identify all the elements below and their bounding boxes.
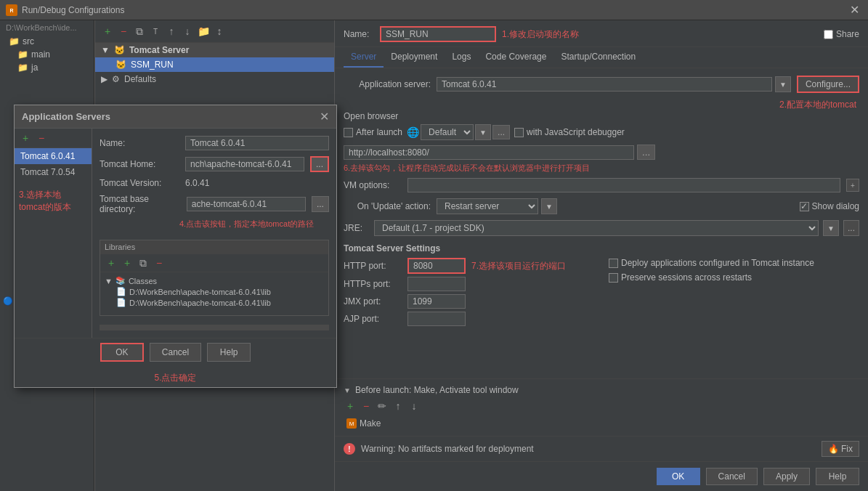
app-servers-dialog: Application Servers ✕ + − Tomcat 6.0.41 … [14,105,337,388]
defaults-item[interactable]: ▶ ⚙ Defaults [95,72,334,86]
before-launch-section: ▼ Before launch: Make, Activate tool win… [335,378,868,436]
sidebar-item-main[interactable]: 📁 main [0,48,94,61]
on-update-dropdown[interactable]: ▼ [541,198,557,214]
browser-url-row: ... [344,145,859,160]
app-servers-close-btn[interactable]: ✕ [320,110,329,123]
folder-button[interactable]: 📁 [197,25,210,38]
scrollbar-placeholder [100,325,329,330]
name-input[interactable] [380,26,496,42]
sidebar-item-src[interactable]: 📁 src [0,35,94,48]
browser-url-input[interactable] [344,145,634,160]
ports-section: HTTP port: 7.选择该项目运行的端口 HTTPs port: JMX … [344,258,859,329]
classes-label: Classes [129,277,157,285]
launch-remove-btn[interactable]: − [360,399,373,413]
deploy-checkbox[interactable] [609,259,618,268]
tab-deployment[interactable]: Deployment [384,47,445,68]
launch-edit-btn[interactable]: ✏ [376,399,389,413]
move-down-button[interactable]: ↓ [181,25,194,38]
browser-options-btn[interactable]: ... [492,125,510,139]
preserve-sessions-checkbox[interactable] [609,273,618,283]
on-update-select[interactable]: Restart server [437,198,538,214]
on-update-label: On 'Update' action: [344,201,431,211]
server-item-tomcat7[interactable]: Tomcat 7.0.54 [15,164,92,180]
jmx-port-row: JMX port: [344,294,594,309]
tomcat-server-group[interactable]: ▼ 🐱 Tomcat Server [95,43,334,57]
lib-remove-btn[interactable]: − [153,256,166,269]
apply-button[interactable]: Apply [763,468,810,485]
move-up-button[interactable]: ↑ [165,25,178,38]
ssm-run-item[interactable]: 🐱 SSM_RUN [95,57,334,72]
sc-home-input[interactable] [185,157,304,171]
folder-icon: 📁 [17,62,28,73]
lib-add-btn-1[interactable]: + [105,256,118,269]
sc-base-browse-btn[interactable]: ... [312,196,329,212]
sort-button[interactable]: ↕ [213,25,226,38]
servers-add-btn[interactable]: + [19,131,32,145]
as-ok-button[interactable]: OK [100,343,144,362]
lib-add-btn-2[interactable]: + [121,256,134,269]
sc-home-browse-btn[interactable]: ... [310,156,329,172]
chrome-icon: 🌐 [407,126,419,138]
sc-base-input[interactable] [187,197,306,211]
launch-add-btn[interactable]: + [344,399,357,413]
deploy-label: Deploy applications configured in Tomcat… [621,258,814,268]
preserve-sessions-label: Preserve sessions across restarts [621,272,752,283]
sc-name-label: Name: [100,138,179,148]
server-item-tomcat6[interactable]: Tomcat 6.0.41 [15,148,92,164]
cancel-button[interactable]: Cancel [706,468,758,485]
sidebar-item-ja[interactable]: 📁 ja [0,61,94,74]
close-button[interactable]: ✕ [847,3,862,17]
sc-name-input[interactable] [185,136,329,150]
jre-select[interactable]: Default (1.7 - project SDK) [374,220,819,236]
https-port-input[interactable] [407,277,466,291]
as-cancel-button[interactable]: Cancel [150,343,201,362]
template-button[interactable]: T [149,25,162,38]
share-label: Share [836,29,859,39]
js-debugger-checkbox[interactable] [514,128,524,137]
jre-dropdown[interactable]: ▼ [823,220,839,236]
app-server-select[interactable]: Tomcat 6.0.41 [437,77,772,92]
ports-right: Deploy applications configured in Tomcat… [609,258,859,329]
tab-startup-connection[interactable]: Startup/Connection [553,47,643,68]
http-port-row: HTTP port: 7.选择该项目运行的端口 [344,258,594,274]
app-server-dropdown[interactable]: ▼ [775,76,791,92]
as-help-button[interactable]: Help [207,343,251,362]
servers-remove-btn[interactable]: − [35,131,48,145]
http-port-input[interactable] [407,258,466,274]
remove-config-button[interactable]: − [117,25,130,38]
after-launch-checkbox[interactable] [344,128,353,137]
show-dialog-checkbox[interactable]: ✓ [800,202,809,211]
browser-select[interactable]: Default [421,124,474,140]
jmx-port-input[interactable] [407,294,466,309]
lib-path-0: D:\WorkBench\apache-tomcat-6.0.41\lib [129,288,271,296]
lib-class-btn[interactable]: ⧉ [137,256,150,269]
tab-code-coverage[interactable]: Code Coverage [478,47,553,68]
tab-server[interactable]: Server [344,47,384,68]
configure-button[interactable]: Configure... [797,76,859,93]
lib-path-1: D:\WorkBench\apache-tomcat-6.0.41\lib [129,299,271,307]
jre-btn[interactable]: ... [843,220,859,236]
sc-home-label: Tomcat Home: [100,159,179,169]
make-item: M Make [344,417,859,430]
vm-options-input[interactable] [407,178,840,192]
open-browser-label: Open browser [344,111,859,121]
browser-dropdown-btn[interactable]: ▼ [475,124,491,140]
ok-button[interactable]: OK [657,468,700,485]
ajp-port-input[interactable] [407,312,466,326]
share-checkbox[interactable] [824,30,833,39]
before-launch-label[interactable]: ▼ Before launch: Make, Activate tool win… [344,385,859,395]
copy-config-button[interactable]: ⧉ [133,25,146,38]
libs-tree: ▼ 📚 Classes 📄 D:\WorkBench\apache-tomcat… [100,272,328,315]
file-icon-1: 📄 [116,298,126,307]
tab-logs[interactable]: Logs [445,47,478,68]
browser-url-btn[interactable]: ... [637,145,655,160]
fix-button[interactable]: 🔥 Fix [822,441,859,457]
js-debugger-wrapper: with JavaScript debugger [514,127,625,137]
launch-down-btn[interactable]: ↓ [407,399,421,413]
launch-up-btn[interactable]: ↑ [392,399,405,413]
vm-expand-btn[interactable]: + [846,179,859,192]
help-button[interactable]: Help [816,468,859,485]
classes-item[interactable]: ▼ 📚 Classes [105,275,324,286]
add-config-button[interactable]: + [101,25,114,38]
tomcat-icon-img: 🐱 [114,45,125,55]
